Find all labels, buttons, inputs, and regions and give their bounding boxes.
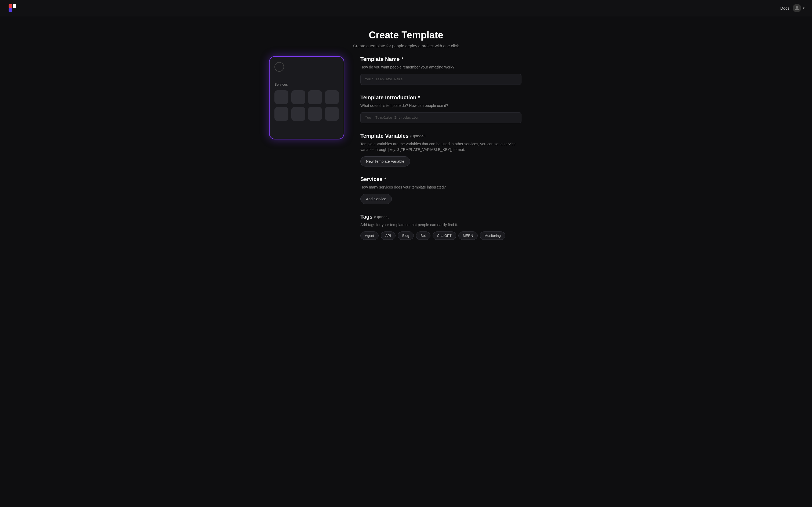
preview-services-label: Services [275, 82, 339, 87]
logo-icon [7, 3, 17, 13]
template-introduction-input[interactable] [360, 112, 521, 123]
svg-rect-3 [13, 4, 16, 8]
template-introduction-required: * [418, 95, 420, 101]
template-name-section: Template Name * How do you want people r… [360, 56, 521, 85]
tags-section: Tags (Optional) Add tags for your templa… [360, 214, 521, 240]
service-block [325, 90, 339, 104]
header-right: Docs ▾ [780, 4, 805, 12]
tag-chip[interactable]: Monitoring [480, 231, 505, 240]
form-scroll-area[interactable]: Template Name * How do you want people r… [360, 56, 524, 249]
tag-chip[interactable]: ChatGPT [432, 231, 456, 240]
service-block [275, 90, 288, 104]
service-block [308, 107, 322, 121]
service-block [275, 107, 288, 121]
tag-chip[interactable]: API [381, 231, 396, 240]
tag-chip[interactable]: Blog [398, 231, 414, 240]
page-subtitle: Create a template for people deploy a pr… [353, 44, 459, 48]
page-title: Create Template [353, 30, 459, 41]
tags-optional: (Optional) [374, 215, 389, 219]
add-service-button[interactable]: Add Service [360, 194, 392, 204]
services-title: Services * [360, 176, 521, 182]
template-introduction-description: What does this template do? How can peop… [360, 103, 521, 109]
preview-icon-placeholder [275, 62, 284, 72]
form-outer: Template Name * How do you want people r… [360, 56, 524, 249]
services-required: * [384, 176, 386, 182]
new-template-variable-button[interactable]: New Template Variable [360, 156, 410, 167]
template-variables-description: Template Variables are the variables tha… [360, 141, 521, 153]
main-content: Create Template Create a template for pe… [0, 0, 812, 507]
logo[interactable] [7, 3, 17, 13]
template-variables-optional: (Optional) [410, 134, 425, 138]
service-block [291, 107, 305, 121]
services-grid [275, 90, 339, 121]
tags-title: Tags (Optional) [360, 214, 521, 220]
svg-rect-2 [9, 8, 12, 12]
template-introduction-title: Template Introduction * [360, 95, 521, 101]
services-section: Services * How many services does your t… [360, 176, 521, 204]
template-name-input[interactable] [360, 74, 521, 85]
chevron-down-icon: ▾ [803, 6, 805, 10]
user-menu[interactable]: ▾ [793, 4, 805, 12]
tags-container: AgentAPIBlogBotChatGPTMERNMonitoring [360, 231, 521, 240]
avatar [793, 4, 801, 12]
header: Docs ▾ [0, 0, 812, 16]
services-description: How many services does your template int… [360, 184, 521, 190]
svg-rect-1 [9, 4, 12, 8]
page-header: Create Template Create a template for pe… [348, 19, 464, 56]
template-name-required: * [401, 56, 403, 62]
tags-description: Add tags for your template so that peopl… [360, 222, 521, 228]
tag-chip[interactable]: Bot [416, 231, 430, 240]
template-name-title: Template Name * [360, 56, 521, 62]
svg-point-4 [796, 6, 798, 8]
template-variables-section: Template Variables (Optional) Template V… [360, 133, 521, 167]
tag-chip[interactable]: Agent [360, 231, 379, 240]
preview-card: Services [269, 56, 344, 139]
service-block [308, 90, 322, 104]
service-block [291, 90, 305, 104]
content-area: Services Template Name [258, 56, 554, 271]
form-area: Template Name * How do you want people r… [360, 56, 521, 249]
tag-chip[interactable]: MERN [458, 231, 478, 240]
template-variables-title: Template Variables (Optional) [360, 133, 521, 139]
template-introduction-section: Template Introduction * What does this t… [360, 95, 521, 123]
docs-link[interactable]: Docs [780, 6, 790, 10]
service-block [325, 107, 339, 121]
template-name-description: How do you want people remember your ama… [360, 64, 521, 70]
